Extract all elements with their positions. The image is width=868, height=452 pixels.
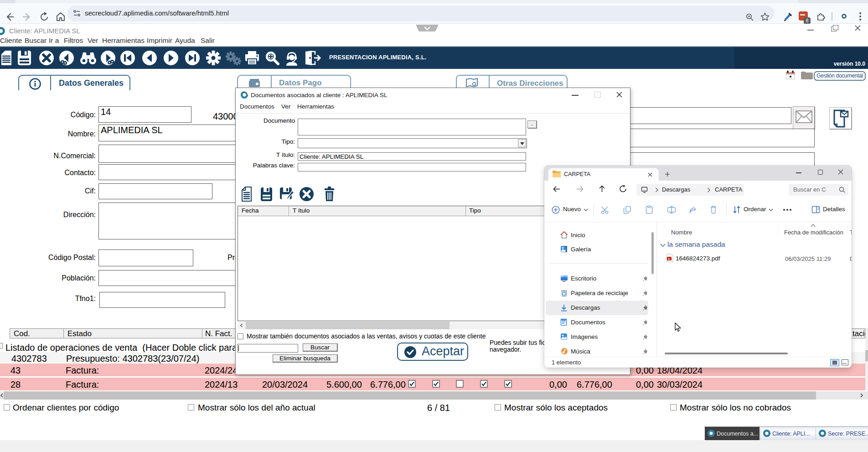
svg-text:A: A: [668, 257, 670, 260]
